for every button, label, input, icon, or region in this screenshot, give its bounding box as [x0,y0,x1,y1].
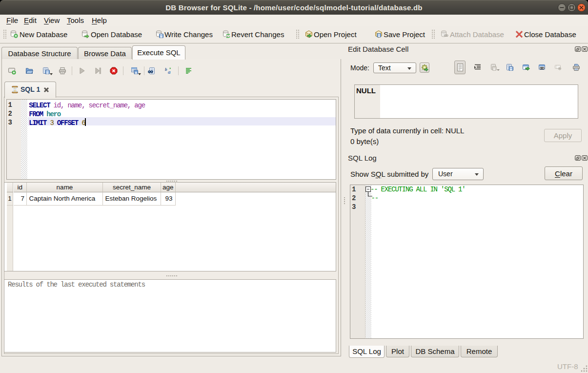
svg-text:b: b [165,67,167,72]
svg-text:a: a [168,69,171,75]
